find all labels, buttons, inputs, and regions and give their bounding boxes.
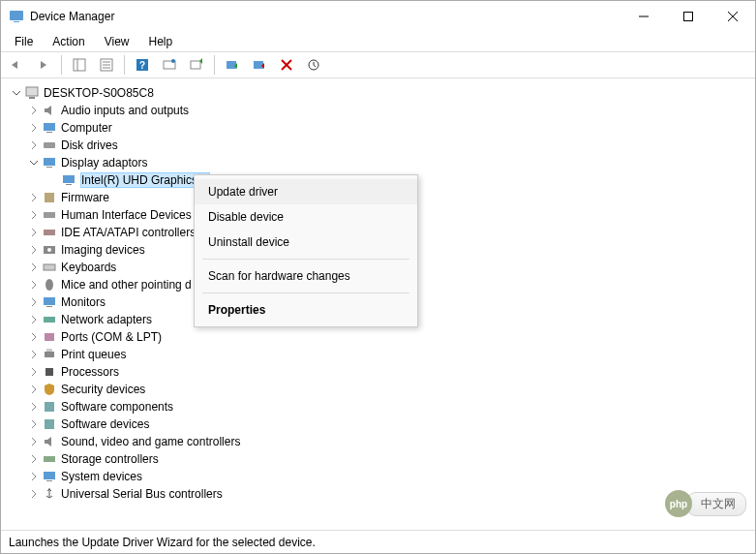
svg-rect-46	[45, 419, 54, 429]
tree-category[interactable]: Software devices	[5, 416, 751, 433]
chevron-right-icon[interactable]	[26, 416, 42, 432]
tree-label: Storage controllers	[61, 452, 159, 466]
scan-hardware-button[interactable]	[158, 53, 181, 77]
usb-icon	[42, 486, 57, 502]
chevron-right-icon[interactable]	[26, 277, 42, 292]
ctx-properties[interactable]: Properties	[195, 297, 417, 323]
chevron-right-icon[interactable]	[26, 190, 42, 205]
display-icon	[61, 172, 76, 188]
update-driver-button[interactable]	[185, 53, 208, 77]
chevron-right-icon[interactable]	[26, 451, 42, 467]
chevron-down-icon[interactable]	[9, 85, 24, 101]
ctx-uninstall-device[interactable]: Uninstall device	[195, 230, 417, 255]
separator	[124, 55, 125, 75]
ctx-scan-hardware[interactable]: Scan for hardware changes	[195, 263, 417, 289]
tree-label: Ports (COM & LPT)	[61, 330, 162, 344]
watermark-badge: php	[665, 490, 692, 517]
help-button[interactable]: ?	[131, 53, 154, 77]
disk-icon	[42, 138, 57, 153]
imaging-icon	[42, 242, 57, 258]
enable-device-button[interactable]	[221, 53, 244, 77]
chevron-right-icon[interactable]	[26, 399, 42, 415]
tree-category[interactable]: Sound, video and game controllers	[5, 433, 751, 450]
software-icon	[42, 399, 57, 415]
tree-category[interactable]: Disk drives	[5, 137, 751, 154]
tree-label: Sound, video and game controllers	[61, 435, 240, 448]
firmware-icon	[42, 190, 57, 205]
chevron-right-icon[interactable]	[26, 329, 42, 345]
minimize-button[interactable]	[621, 1, 666, 32]
chevron-right-icon[interactable]	[26, 103, 42, 118]
chevron-down-icon[interactable]	[26, 155, 42, 170]
close-button[interactable]	[711, 1, 755, 32]
show-hide-console-button[interactable]	[68, 53, 91, 77]
ctx-disable-device[interactable]: Disable device	[195, 204, 417, 230]
watermark: php 中文网	[665, 490, 746, 517]
svg-rect-27	[44, 158, 55, 166]
tree-category[interactable]: System devices	[5, 468, 751, 485]
menu-file[interactable]: File	[7, 33, 41, 50]
menu-action[interactable]: Action	[45, 33, 92, 50]
ports-icon	[42, 329, 57, 345]
chevron-right-icon[interactable]	[26, 120, 42, 136]
system-icon	[42, 469, 57, 484]
tree-label: Software components	[61, 400, 173, 414]
svg-rect-18	[254, 61, 263, 69]
audio-icon	[42, 434, 57, 449]
tree-category[interactable]: Ports (COM & LPT)	[5, 328, 751, 346]
tree-category[interactable]: Processors	[5, 363, 751, 381]
svg-point-35	[47, 248, 51, 252]
uninstall-device-button[interactable]	[275, 53, 298, 77]
properties-button[interactable]	[95, 53, 118, 77]
chevron-right-icon[interactable]	[26, 294, 42, 310]
tree-label: Display adaptors	[61, 156, 147, 169]
maximize-button[interactable]	[666, 1, 711, 32]
chevron-right-icon[interactable]	[26, 469, 42, 484]
chevron-right-icon[interactable]	[26, 225, 42, 240]
menu-view[interactable]: View	[97, 33, 137, 50]
svg-rect-6	[74, 59, 85, 71]
separator	[61, 55, 62, 75]
svg-rect-33	[44, 230, 55, 235]
forward-button[interactable]	[32, 53, 55, 77]
tree-category[interactable]: Storage controllers	[5, 450, 751, 468]
chevron-right-icon[interactable]	[26, 347, 42, 362]
storage-icon	[42, 451, 57, 467]
chevron-right-icon[interactable]	[26, 486, 42, 502]
chevron-right-icon[interactable]	[26, 382, 42, 397]
tree-label: System devices	[61, 470, 142, 483]
chevron-right-icon[interactable]	[26, 207, 42, 223]
titlebar: Device Manager	[1, 1, 755, 32]
chevron-right-icon[interactable]	[26, 242, 42, 258]
chevron-right-icon[interactable]	[26, 138, 42, 153]
add-legacy-hardware-button[interactable]	[302, 53, 325, 77]
chevron-right-icon[interactable]	[26, 434, 42, 449]
tree-label: Universal Serial Bus controllers	[61, 487, 223, 501]
svg-rect-38	[44, 297, 55, 305]
tree-category[interactable]: Audio inputs and outputs	[5, 102, 751, 119]
svg-text:?: ?	[139, 60, 145, 71]
tree-label: Human Interface Devices	[61, 208, 192, 222]
tree-category-expanded[interactable]: Display adaptors	[5, 154, 751, 171]
svg-point-15	[171, 59, 175, 63]
tree-category[interactable]: Universal Serial Bus controllers	[5, 485, 751, 503]
tree-root[interactable]: DESKTOP-S0O85C8	[5, 84, 751, 102]
tree-label: Imaging devices	[61, 243, 145, 257]
menu-help[interactable]: Help	[141, 33, 181, 50]
tree-label: Audio inputs and outputs	[61, 104, 189, 117]
chevron-right-icon[interactable]	[26, 312, 42, 327]
chevron-right-icon[interactable]	[26, 260, 42, 275]
back-button[interactable]	[5, 53, 28, 77]
hid-icon	[42, 207, 57, 223]
ctx-update-driver[interactable]: Update driver	[195, 179, 417, 204]
tree-label: Print queues	[61, 348, 126, 361]
tree-category[interactable]: Print queues	[5, 346, 751, 363]
disable-device-button[interactable]	[248, 53, 271, 77]
tree-category[interactable]: Security devices	[5, 381, 751, 398]
chevron-right-icon[interactable]	[26, 364, 42, 380]
tree-category[interactable]: Software components	[5, 398, 751, 416]
app-icon	[9, 9, 24, 24]
svg-rect-17	[227, 61, 236, 69]
tree-category[interactable]: Computer	[5, 119, 751, 137]
tree-label: Disk drives	[61, 138, 118, 152]
